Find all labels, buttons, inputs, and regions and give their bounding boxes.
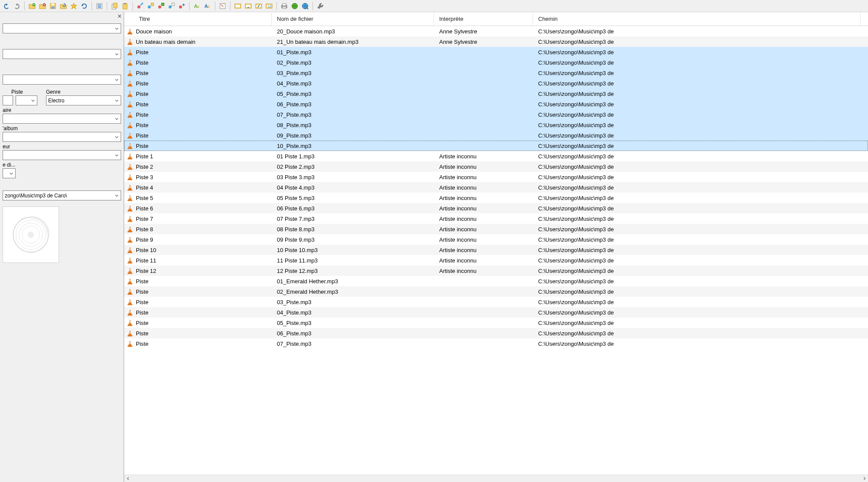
table-row[interactable]: Piste04_Piste.mp3C:\Users\zongo\Music\mp… [124,78,868,89]
table-row[interactable]: Piste 707 Piste 7.mp3Artiste inconnuC:\U… [124,213,868,224]
refresh-button[interactable] [79,1,89,11]
aire-label: aire [3,107,121,113]
column-titre[interactable]: Titre [124,12,272,26]
table-row[interactable]: Piste 1111 Piste 11.mp3Artiste inconnuC:… [124,255,868,266]
table-row[interactable]: Piste 909 Piste 9.mp3Artiste inconnuC:\U… [124,234,868,245]
tag-red2-button[interactable] [177,1,187,11]
cell-chemin: C:\Users\zongo\Music\mp3 de [538,236,614,243]
table-row[interactable]: Piste 303 Piste 3.mp3Artiste inconnuC:\U… [124,172,868,182]
table-header: Titre Nom de fichier Interprète Chemin [124,12,868,26]
table-row[interactable]: Piste01_Piste.mp3C:\Users\zongo\Music\mp… [124,47,868,57]
table-row[interactable]: Douce maison20_Douce maison.mp3Anne Sylv… [124,26,868,36]
folder-add-button[interactable] [38,1,47,11]
table-row[interactable]: Piste09_Piste.mp3C:\Users\zongo\Music\mp… [124,130,868,141]
piste-combo-b[interactable] [16,95,37,105]
cone-icon [127,184,133,191]
table-row[interactable]: Piste 606 Piste 6.mp3Artiste inconnuC:\U… [124,203,868,213]
album-combo[interactable] [3,132,121,142]
redo-button[interactable] [12,1,22,11]
cell-fichier: 07_Piste.mp3 [277,111,312,118]
table-row[interactable]: Piste02_Emerald Hether.mp3C:\Users\zongo… [124,286,868,297]
cell-chemin: C:\Users\zongo\Music\mp3 de [538,184,614,191]
aire-combo[interactable] [3,114,121,124]
table-body[interactable]: Douce maison20_Douce maison.mp3Anne Sylv… [124,26,868,475]
table-row[interactable]: Piste02_Piste.mp3C:\Users\zongo\Music\mp… [124,57,868,68]
table-row[interactable]: Piste 202 Piste 2.mp3Artiste inconnuC:\U… [124,161,868,172]
edi-combo[interactable] [3,168,16,178]
table-row[interactable]: Piste 101 Piste 1.mp3Artiste inconnuC:\U… [124,151,868,161]
close-icon[interactable]: ✕ [117,13,122,20]
table-row[interactable]: Piste03_Piste.mp3C:\Users\zongo\Music\mp… [124,297,868,307]
print-button[interactable] [279,1,289,11]
tag-blue-button[interactable] [146,1,155,11]
table-row[interactable]: Piste05_Piste.mp3C:\Users\zongo\Music\mp… [124,89,868,99]
column-chemin[interactable]: Chemin [533,12,861,26]
table-row[interactable]: Piste08_Piste.mp3C:\Users\zongo\Music\mp… [124,120,868,130]
cone-icon [127,70,133,76]
cone-icon [127,330,133,337]
cone-icon [127,143,133,149]
table-row[interactable]: Piste06_Piste.mp3C:\Users\zongo\Music\mp… [124,99,868,109]
genre-value: Electro [48,98,64,104]
cell-titre: Piste [136,309,148,316]
table-row[interactable]: Piste10_Piste.mp3C:\Users\zongo\Music\mp… [124,141,868,151]
field-b-button[interactable] [243,1,253,11]
table-row[interactable]: Piste 808 Piste 8.mp3Artiste inconnuC:\U… [124,224,868,234]
table-row[interactable]: Piste 1010 Piste 10.mp3Artiste inconnuC:… [124,245,868,255]
folder-refresh-button[interactable] [59,1,68,11]
note-button[interactable] [218,1,227,11]
favorite-button[interactable] [69,1,79,11]
tag-blue2-button[interactable] [167,1,176,11]
table-row[interactable]: Piste06_Piste.mp3C:\Users\zongo\Music\mp… [124,328,868,338]
scroll-left-icon[interactable] [124,475,132,482]
folder-open-button[interactable] [27,1,37,11]
wrench-button[interactable] [316,1,325,11]
cell-fichier: 10 Piste 10.mp3 [277,247,318,253]
copy-button[interactable] [110,1,119,11]
table-row[interactable]: Piste01_Emerald Hether.mp3C:\Users\zongo… [124,276,868,286]
text-find-button[interactable] [192,1,202,11]
chevron-down-icon [113,151,120,160]
scroll-right-icon[interactable] [861,475,868,482]
globe-button[interactable] [290,1,299,11]
field-c-button[interactable] [254,1,263,11]
cell-chemin: C:\Users\zongo\Music\mp3 de [538,49,614,56]
table-row[interactable]: Piste07_Piste.mp3C:\Users\zongo\Music\mp… [124,109,868,120]
table-row[interactable]: Un bateau mais demain21_Un bateau mais d… [124,36,868,47]
field-num-button[interactable] [264,1,274,11]
eur-label: eur [3,144,121,150]
genre-combo[interactable]: Electro [46,95,121,105]
piste-combo-a[interactable] [3,95,13,105]
cone-icon [127,320,133,326]
field-combo-3[interactable] [3,75,121,85]
toolbar-separator [24,2,25,10]
text-edit-button[interactable] [203,1,212,11]
table-row[interactable]: Piste 505 Piste 5.mp3Artiste inconnuC:\U… [124,193,868,203]
table-row[interactable]: Piste 1212 Piste 12.mp3Artiste inconnuC:… [124,266,868,276]
column-interprete[interactable]: Interprète [434,12,533,26]
cell-titre: Piste [136,132,148,139]
tag-green-button[interactable] [156,1,166,11]
undo-button[interactable] [2,1,11,11]
table-row[interactable]: Piste05_Piste.mp3C:\Users\zongo\Music\mp… [124,318,868,328]
globe2-button[interactable] [300,1,310,11]
save-button[interactable] [48,1,58,11]
paste-button[interactable] [120,1,130,11]
album-art-placeholder[interactable] [3,207,59,263]
cell-interprete: Artiste inconnu [439,216,477,222]
field-a-button[interactable] [233,1,243,11]
list-button[interactable] [95,1,104,11]
table-row[interactable]: Piste 404 Piste 4.mp3Artiste inconnuC:\U… [124,182,868,193]
path-combo[interactable]: zongo\Music\mp3 de Caro\ [3,190,121,200]
eur-combo[interactable] [3,150,121,160]
table-row[interactable]: Piste07_Piste.mp3C:\Users\zongo\Music\mp… [124,338,868,349]
tag-red-button[interactable] [135,1,145,11]
horizontal-scrollbar[interactable] [124,475,868,482]
cell-titre: Piste [136,49,148,56]
table-row[interactable]: Piste04_Piste.mp3C:\Users\zongo\Music\mp… [124,307,868,318]
field-combo-1[interactable] [3,23,121,33]
field-combo-2[interactable] [3,49,121,59]
column-fichier[interactable]: Nom de fichier [272,12,434,26]
tag-blue-icon [147,3,154,10]
table-row[interactable]: Piste03_Piste.mp3C:\Users\zongo\Music\mp… [124,68,868,78]
